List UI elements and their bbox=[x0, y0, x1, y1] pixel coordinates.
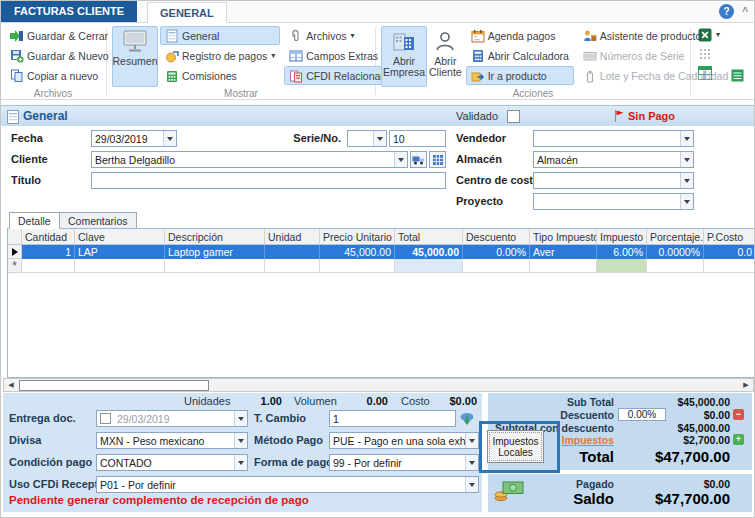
chevron-down-icon[interactable] bbox=[465, 455, 478, 470]
cliente-select[interactable]: Bertha Delgadillo bbox=[91, 151, 408, 168]
grid-row-new[interactable]: * bbox=[8, 259, 755, 273]
entrega-doc-checkbox[interactable] bbox=[100, 413, 111, 424]
cell-porcentaje[interactable]: 0.0000% bbox=[647, 245, 704, 259]
help-icon[interactable]: ? bbox=[719, 4, 734, 19]
centro-costo-select[interactable] bbox=[533, 172, 694, 189]
vendedor-select[interactable] bbox=[533, 130, 694, 147]
tab-facturas-cliente[interactable]: FACTURAS CLIENTE bbox=[1, 0, 137, 22]
cliente-empresa-button[interactable] bbox=[429, 151, 446, 168]
tab-comentarios[interactable]: Comentarios bbox=[59, 212, 137, 229]
fecha-select[interactable]: 29/03/2019 bbox=[91, 130, 177, 147]
asistente-producto-button[interactable]: Asistente de producto bbox=[578, 26, 749, 45]
chevron-down-icon[interactable] bbox=[680, 173, 693, 188]
cell-new-unidad[interactable] bbox=[265, 259, 320, 273]
cell-precio-unitario[interactable]: 45,000.00 bbox=[320, 245, 395, 259]
agenda-pagos-button[interactable]: Agenda pagos bbox=[466, 26, 574, 45]
chevron-down-icon[interactable] bbox=[373, 131, 386, 146]
copy-icon bbox=[10, 69, 24, 83]
col-header-descripcion[interactable]: Descripción bbox=[165, 229, 265, 244]
cell-new-precio-unitario[interactable] bbox=[320, 259, 395, 273]
cell-tipo-impuesto[interactable]: Aver bbox=[530, 245, 597, 259]
chevron-down-icon[interactable] bbox=[234, 411, 247, 426]
titulo-input[interactable] bbox=[91, 172, 446, 189]
serie-select[interactable] bbox=[347, 130, 387, 147]
cell-new-descuento[interactable] bbox=[463, 259, 530, 273]
chevron-down-icon[interactable] bbox=[465, 477, 478, 492]
update-rate-icon[interactable] bbox=[459, 411, 475, 426]
cell-cantidad[interactable]: 1 bbox=[22, 245, 75, 259]
validado-checkbox[interactable] bbox=[507, 110, 520, 123]
chevron-down-icon[interactable] bbox=[394, 152, 407, 167]
col-header-cantidad[interactable]: Cantidad bbox=[22, 229, 75, 244]
scroll-right-icon[interactable]: ▶ bbox=[739, 379, 753, 391]
cell-clave[interactable]: LAP bbox=[75, 245, 165, 259]
cell-new-impuesto[interactable] bbox=[597, 259, 647, 273]
cell-impuesto[interactable]: 6.00% bbox=[597, 245, 647, 259]
registro-pagos-button[interactable]: Registro de pagos ▾ bbox=[160, 46, 280, 65]
condicion-pago-select[interactable]: CONTADO bbox=[96, 454, 248, 471]
chevron-down-icon[interactable] bbox=[680, 194, 693, 209]
collapse-ribbon-icon[interactable]: ^ bbox=[742, 6, 748, 17]
tab-general[interactable]: GENERAL bbox=[147, 2, 227, 23]
cell-new-porcentaje[interactable] bbox=[647, 259, 704, 273]
forma-pago-select[interactable]: 99 - Por definir bbox=[329, 454, 479, 471]
guardar-cerrar-button[interactable]: Guardar & Cerrar bbox=[5, 26, 103, 45]
divisa-select[interactable]: MXN - Peso mexicano bbox=[96, 432, 248, 449]
abrir-empresa-button[interactable]: Abrir Empresa bbox=[381, 26, 427, 87]
cell-p-costo[interactable]: 0.0 bbox=[704, 245, 755, 259]
cell-descuento[interactable]: 0.00% bbox=[463, 245, 530, 259]
copiar-nuevo-button[interactable]: Copiar a nuevo bbox=[5, 66, 103, 85]
col-header-descuento[interactable]: Descuento bbox=[463, 229, 530, 244]
descuento-pct-input[interactable]: 0.00% bbox=[618, 408, 666, 421]
scroll-left-icon[interactable]: ◀ bbox=[4, 379, 18, 391]
col-header-total[interactable]: Total bbox=[395, 229, 463, 244]
col-header-porcentaje[interactable]: Porcentaje... bbox=[647, 229, 704, 244]
cell-new-p-costo[interactable] bbox=[704, 259, 755, 273]
cell-total[interactable]: 45,000.00 bbox=[395, 245, 463, 259]
cell-new-tipo-impuesto[interactable] bbox=[530, 259, 597, 273]
col-header-tipo-impuesto[interactable]: Tipo Impuesto bbox=[530, 229, 597, 244]
volumen-label: Volumen bbox=[294, 395, 337, 407]
chevron-down-icon[interactable] bbox=[465, 433, 478, 448]
col-header-impuesto[interactable]: Impuesto bbox=[597, 229, 647, 244]
horizontal-scrollbar[interactable]: ◀ ▶ bbox=[3, 378, 754, 392]
abrir-calculadora-button[interactable]: Abrir Calculadora bbox=[466, 46, 574, 65]
col-header-precio-unitario[interactable]: Precio Unitario bbox=[320, 229, 395, 244]
tab-detalle[interactable]: Detalle bbox=[9, 212, 60, 229]
grid-row-selected[interactable]: 1 LAP Laptop gamer 45,000.00 45,000.00 0… bbox=[8, 245, 755, 259]
tcambio-input[interactable]: 1 bbox=[329, 410, 456, 427]
cell-new-descripcion[interactable] bbox=[165, 259, 265, 273]
ir-a-producto-button[interactable]: Ir a producto bbox=[466, 66, 574, 85]
proyecto-select[interactable] bbox=[533, 193, 694, 210]
add-tax-icon[interactable]: + bbox=[733, 434, 744, 445]
chevron-down-icon[interactable] bbox=[163, 131, 176, 146]
chevron-down-icon[interactable] bbox=[234, 455, 247, 470]
chevron-down-icon[interactable] bbox=[234, 433, 247, 448]
cell-descripcion[interactable]: Laptop gamer bbox=[165, 245, 265, 259]
subtotal-value: $45,000.00 bbox=[618, 396, 730, 408]
guardar-nuevo-button[interactable]: Guardar & Nuevo bbox=[5, 46, 103, 65]
general-button[interactable]: General bbox=[160, 26, 280, 45]
cell-unidad[interactable] bbox=[265, 245, 320, 259]
chevron-down-icon[interactable] bbox=[680, 131, 693, 146]
entrega-doc-select[interactable]: 29/03/2019 bbox=[96, 410, 248, 427]
resumen-button[interactable]: Resumen bbox=[112, 26, 158, 87]
cell-new-cantidad[interactable] bbox=[22, 259, 75, 273]
uso-cfdi-select[interactable]: P01 - Por definir bbox=[96, 476, 479, 493]
remove-discount-icon[interactable]: − bbox=[733, 409, 744, 420]
comisiones-button[interactable]: Comisiones bbox=[160, 66, 280, 85]
col-header-p-costo[interactable]: P.Costo bbox=[704, 229, 755, 244]
cell-new-total[interactable] bbox=[395, 259, 463, 273]
col-header-unidad[interactable]: Unidad bbox=[265, 229, 320, 244]
abrir-cliente-button[interactable]: Abrir Cliente bbox=[427, 26, 464, 87]
almacen-select[interactable]: Almacén bbox=[533, 151, 694, 168]
impuestos-locales-button[interactable]: Impuestos Locales bbox=[487, 430, 544, 463]
col-header-clave[interactable]: Clave bbox=[75, 229, 165, 244]
ir-a-producto-label: Ir a producto bbox=[488, 70, 547, 82]
chevron-down-icon[interactable] bbox=[680, 152, 693, 167]
numero-input[interactable]: 10 bbox=[389, 130, 446, 147]
scrollbar-thumb[interactable] bbox=[19, 380, 209, 391]
cliente-envio-button[interactable] bbox=[410, 151, 427, 168]
metodo-pago-select[interactable]: PUE - Pago en una sola exhibición bbox=[329, 432, 479, 449]
cell-new-clave[interactable] bbox=[75, 259, 165, 273]
